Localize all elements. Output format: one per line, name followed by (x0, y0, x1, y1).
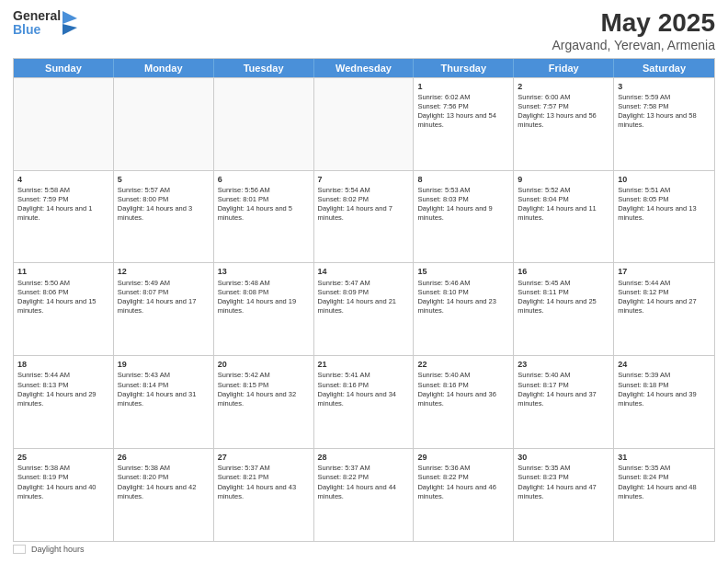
sunset-text: Sunset: 8:22 PM (417, 473, 509, 482)
daylight-text: Daylight: 14 hours and 17 minutes. (118, 297, 210, 316)
sunrise-text: Sunrise: 5:58 AM (17, 186, 109, 195)
cal-week-2: 4Sunrise: 5:58 AMSunset: 7:59 PMDaylight… (14, 170, 714, 263)
header: GeneralBlue May 2025 Argavand, Yerevan, … (13, 9, 715, 52)
day-number: 5 (118, 174, 210, 185)
sunrise-text: Sunrise: 5:42 AM (218, 371, 310, 380)
cal-cell: 1Sunrise: 6:02 AMSunset: 7:56 PMDaylight… (414, 78, 514, 170)
day-number: 17 (618, 266, 711, 277)
sunset-text: Sunset: 8:16 PM (318, 381, 410, 390)
sunrise-text: Sunrise: 5:44 AM (17, 371, 109, 380)
day-number: 18 (17, 359, 109, 370)
daylight-text: Daylight: 14 hours and 7 minutes. (318, 204, 410, 223)
daylight-text: Daylight: 14 hours and 39 minutes. (618, 390, 711, 408)
cal-cell: 27Sunrise: 5:37 AMSunset: 8:21 PMDayligh… (214, 449, 314, 541)
sunrise-text: Sunrise: 5:51 AM (618, 186, 711, 195)
day-number: 3 (618, 81, 711, 92)
cal-cell: 17Sunrise: 5:44 AMSunset: 8:12 PMDayligh… (614, 263, 714, 355)
sunrise-text: Sunrise: 5:53 AM (417, 186, 509, 195)
sunrise-text: Sunrise: 5:52 AM (518, 186, 609, 195)
sunset-text: Sunset: 8:03 PM (417, 195, 509, 204)
cal-week-3: 11Sunrise: 5:50 AMSunset: 8:06 PMDayligh… (14, 262, 714, 355)
cal-week-4: 18Sunrise: 5:44 AMSunset: 8:13 PMDayligh… (14, 355, 714, 448)
sunset-text: Sunset: 8:11 PM (518, 288, 609, 297)
day-number: 26 (118, 452, 210, 463)
cal-cell: 25Sunrise: 5:38 AMSunset: 8:19 PMDayligh… (14, 449, 114, 541)
daylight-text: Daylight: 14 hours and 19 minutes. (218, 297, 310, 316)
cal-cell: 8Sunrise: 5:53 AMSunset: 8:03 PMDaylight… (414, 171, 514, 263)
title-block: May 2025 Argavand, Yerevan, Armenia (552, 9, 715, 52)
cal-cell: 3Sunrise: 5:59 AMSunset: 7:58 PMDaylight… (614, 78, 714, 170)
calendar-body: 1Sunrise: 6:02 AMSunset: 7:56 PMDaylight… (14, 77, 714, 541)
sunrise-text: Sunrise: 5:38 AM (118, 464, 210, 473)
sunset-text: Sunset: 8:05 PM (618, 195, 711, 204)
cal-cell: 18Sunrise: 5:44 AMSunset: 8:13 PMDayligh… (14, 356, 114, 448)
calendar-header-row: SundayMondayTuesdayWednesdayThursdayFrid… (14, 59, 714, 77)
daylight-text: Daylight: 14 hours and 36 minutes. (417, 390, 509, 408)
day-number: 22 (417, 359, 509, 370)
daylight-text: Daylight: 13 hours and 54 minutes. (417, 111, 509, 130)
cal-cell: 13Sunrise: 5:48 AMSunset: 8:08 PMDayligh… (214, 263, 314, 355)
sunset-text: Sunset: 8:08 PM (218, 288, 310, 297)
sunset-text: Sunset: 8:23 PM (518, 473, 609, 482)
sunrise-text: Sunrise: 5:48 AM (218, 279, 310, 288)
sunrise-text: Sunrise: 5:49 AM (118, 279, 210, 288)
sunset-text: Sunset: 7:57 PM (518, 102, 609, 111)
sunrise-text: Sunrise: 5:44 AM (618, 279, 711, 288)
cal-cell: 22Sunrise: 5:40 AMSunset: 8:16 PMDayligh… (414, 356, 514, 448)
sunrise-text: Sunrise: 5:35 AM (518, 464, 609, 473)
sunrise-text: Sunrise: 5:38 AM (17, 464, 109, 473)
sunset-text: Sunset: 8:24 PM (618, 473, 711, 482)
page: GeneralBlue May 2025 Argavand, Yerevan, … (0, 0, 728, 563)
day-number: 19 (118, 359, 210, 370)
sunset-text: Sunset: 8:19 PM (17, 473, 109, 482)
cal-header-monday: Monday (114, 59, 214, 77)
sunset-text: Sunset: 7:58 PM (618, 102, 711, 111)
sunset-text: Sunset: 8:09 PM (318, 288, 410, 297)
sunset-text: Sunset: 8:14 PM (118, 381, 210, 390)
sunset-text: Sunset: 8:07 PM (118, 288, 210, 297)
sunrise-text: Sunrise: 5:59 AM (618, 93, 711, 102)
cal-cell (114, 78, 214, 170)
svg-marker-0 (63, 11, 77, 24)
day-number: 25 (17, 452, 109, 463)
daylight-text: Daylight: 14 hours and 37 minutes. (518, 390, 609, 408)
day-number: 24 (618, 359, 711, 370)
cal-header-tuesday: Tuesday (214, 59, 314, 77)
day-number: 7 (318, 174, 410, 185)
daylight-label: Daylight hours (31, 545, 85, 554)
cal-cell: 24Sunrise: 5:39 AMSunset: 8:18 PMDayligh… (614, 356, 714, 448)
cal-cell: 31Sunrise: 5:35 AMSunset: 8:24 PMDayligh… (614, 449, 714, 541)
cal-header-thursday: Thursday (414, 59, 514, 77)
sunrise-text: Sunrise: 5:41 AM (318, 371, 410, 380)
sunset-text: Sunset: 8:13 PM (17, 381, 109, 390)
day-number: 8 (417, 174, 509, 185)
sunrise-text: Sunrise: 5:36 AM (417, 464, 509, 473)
daylight-text: Daylight: 14 hours and 32 minutes. (218, 390, 310, 408)
cal-cell: 30Sunrise: 5:35 AMSunset: 8:23 PMDayligh… (514, 449, 614, 541)
day-number: 29 (417, 452, 509, 463)
sunset-text: Sunset: 7:59 PM (17, 195, 109, 204)
day-number: 28 (318, 452, 410, 463)
daylight-text: Daylight: 14 hours and 46 minutes. (417, 483, 509, 501)
cal-cell: 4Sunrise: 5:58 AMSunset: 7:59 PMDaylight… (14, 171, 114, 263)
daylight-text: Daylight: 14 hours and 1 minute. (17, 204, 109, 223)
day-number: 23 (518, 359, 609, 370)
day-number: 9 (518, 174, 609, 185)
daylight-text: Daylight: 14 hours and 21 minutes. (318, 297, 410, 316)
cal-cell (14, 78, 114, 170)
daylight-text: Daylight: 14 hours and 5 minutes. (218, 204, 310, 223)
day-number: 14 (318, 266, 410, 277)
cal-cell: 11Sunrise: 5:50 AMSunset: 8:06 PMDayligh… (14, 263, 114, 355)
sunrise-text: Sunrise: 5:40 AM (518, 371, 609, 380)
sunset-text: Sunset: 8:00 PM (118, 195, 210, 204)
day-number: 4 (17, 174, 109, 185)
sunrise-text: Sunrise: 5:46 AM (417, 279, 509, 288)
day-number: 12 (118, 266, 210, 277)
sunset-text: Sunset: 8:17 PM (518, 381, 609, 390)
page-subtitle: Argavand, Yerevan, Armenia (552, 38, 715, 52)
cal-cell: 2Sunrise: 6:00 AMSunset: 7:57 PMDaylight… (514, 78, 614, 170)
logo-general: General (13, 9, 61, 23)
daylight-text: Daylight: 14 hours and 3 minutes. (118, 204, 210, 223)
day-number: 13 (218, 266, 310, 277)
sunset-text: Sunset: 8:10 PM (417, 288, 509, 297)
